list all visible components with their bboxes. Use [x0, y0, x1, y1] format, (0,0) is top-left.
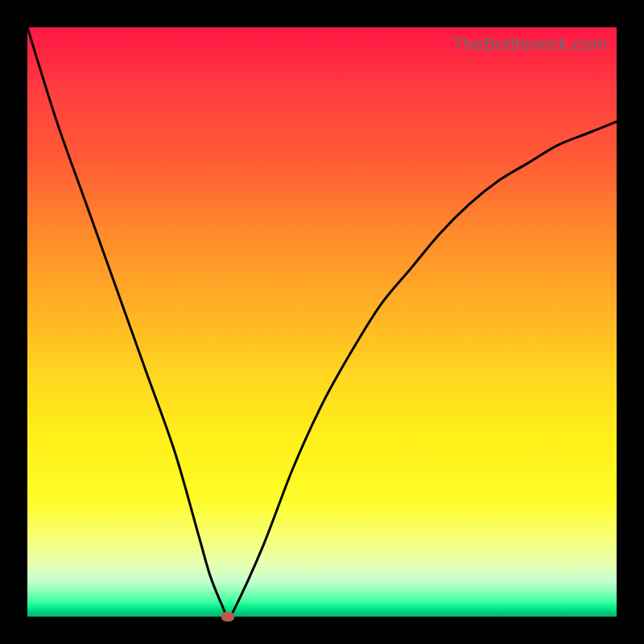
- optimum-marker: [221, 612, 234, 621]
- curve-svg: [27, 27, 617, 617]
- chart-container: TheBottleneck.com: [0, 0, 644, 644]
- plot-area: TheBottleneck.com: [27, 27, 617, 617]
- bottleneck-curve: [27, 27, 617, 617]
